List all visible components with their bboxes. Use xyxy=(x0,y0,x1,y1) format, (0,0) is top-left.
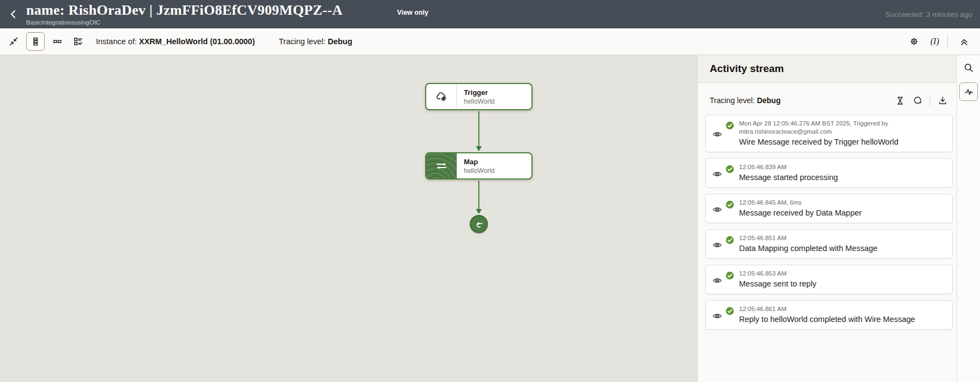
eye-icon xyxy=(712,205,722,214)
return-node[interactable] xyxy=(470,215,488,233)
trigger-node-title: Trigger xyxy=(464,88,494,97)
activity-entry[interactable]: 12:05:46.861 AM Reply to helloWorld comp… xyxy=(705,300,953,330)
success-check-icon xyxy=(725,200,734,209)
view-payload-button[interactable] xyxy=(712,165,722,183)
entry-timestamp: 12:05:46.845 AM, 6ms xyxy=(739,199,862,207)
entry-timestamp: 12:05:46.853 AM xyxy=(739,270,816,278)
entry-message: Data Mapping completed with Message xyxy=(739,243,878,254)
back-button[interactable] xyxy=(0,0,26,28)
activity-entry[interactable]: 12:05:46.853 AM Message sent to reply xyxy=(705,265,953,294)
entry-timestamp: 12:05:46.851 AM xyxy=(739,234,878,242)
hourglass-icon xyxy=(895,96,905,106)
view-payload-button[interactable] xyxy=(712,307,722,325)
activity-entries-list: Mon Apr 28 12:05:46.276 AM BST 2025, Tri… xyxy=(698,115,957,336)
tracing-value: Debug xyxy=(328,37,352,46)
instance-counter[interactable]: (I) xyxy=(930,37,939,46)
right-rail xyxy=(957,55,980,382)
activity-entry[interactable]: 12:05:46.839 AM Message started processi… xyxy=(705,158,953,188)
collapse-canvas-button[interactable] xyxy=(5,33,22,50)
eye-icon xyxy=(712,311,722,321)
success-check-icon xyxy=(725,307,734,315)
collapse-panel-button[interactable] xyxy=(956,33,972,50)
trigger-node[interactable]: Trigger helloWorld xyxy=(425,83,533,110)
title-block: name: RishOraDev | JzmFFiO8EfCV909MQPZ--… xyxy=(26,3,343,26)
activity-entry[interactable]: 12:05:46.845 AM, 6ms Message received by… xyxy=(705,194,953,223)
activity-stream-toggle-button[interactable] xyxy=(959,82,978,101)
entry-message: Message received by Data Mapper xyxy=(739,208,862,218)
canvas-toolbar: Instance of: XXRM_HelloWorld (01.00.0000… xyxy=(0,28,980,55)
page-title: name: RishOraDev | JzmFFiO8EfCV909MQPZ--… xyxy=(26,3,343,17)
panel-icons-divider xyxy=(930,95,930,106)
vertical-layout-icon xyxy=(31,37,40,46)
download-icon xyxy=(937,96,948,106)
collapse-arrows-icon xyxy=(8,36,19,47)
connector-trigger-to-map xyxy=(475,111,483,152)
instance-value: XXRM_HelloWorld (01.00.0000) xyxy=(139,37,255,46)
success-check-icon xyxy=(725,236,734,244)
entry-timestamp: 12:05:46.861 AM xyxy=(739,305,915,313)
instance-label: Instance of: xyxy=(96,37,137,46)
view-tree-button[interactable] xyxy=(70,33,86,50)
success-check-icon xyxy=(725,121,734,130)
view-payload-button[interactable] xyxy=(712,121,722,147)
view-payload-button[interactable] xyxy=(712,271,722,289)
instance-info: Instance of: XXRM_HelloWorld (01.00.0000… xyxy=(96,37,255,46)
double-chevron-up-icon xyxy=(959,36,970,47)
view-payload-button[interactable] xyxy=(712,200,722,218)
duration-filter-button[interactable] xyxy=(895,96,905,106)
view-horizontal-layout-button[interactable] xyxy=(49,33,65,50)
panel-tracing-info: Tracing level: Debug xyxy=(710,96,781,105)
flow-canvas[interactable]: Trigger helloWorld Map helloWorld xyxy=(0,55,697,382)
map-arrows-icon xyxy=(435,160,448,171)
run-status: Succeeded: 3 minutes ago xyxy=(885,10,980,19)
toolbar-divider xyxy=(947,35,948,48)
eye-icon xyxy=(712,169,722,179)
success-check-icon xyxy=(725,165,734,174)
eye-icon xyxy=(712,276,722,285)
tracing-row: Tracing level: Debug xyxy=(698,83,957,115)
refresh-button[interactable] xyxy=(912,96,923,106)
trigger-node-iconbox xyxy=(426,84,457,109)
horizontal-layout-icon xyxy=(52,37,62,46)
view-payload-button[interactable] xyxy=(712,236,722,254)
chevron-left-icon xyxy=(8,9,18,20)
search-icon xyxy=(963,62,974,73)
pulse-icon xyxy=(964,87,974,97)
entry-message: Message started processing xyxy=(739,172,838,183)
cloud-gear-icon xyxy=(435,90,448,103)
map-node[interactable]: Map helloWorld xyxy=(425,152,533,180)
eye-icon xyxy=(712,129,722,139)
oic-instance-viewer: name: RishOraDev | JzmFFiO8EfCV909MQPZ--… xyxy=(0,0,980,382)
activity-entry[interactable]: Mon Apr 28 12:05:46.276 AM BST 2025, Tri… xyxy=(705,115,953,152)
page-subtitle: BasicIntegrationsusingOIC xyxy=(26,19,343,26)
entry-timestamp: Mon Apr 28 12:05:46.276 AM BST 2025, Tri… xyxy=(739,120,946,136)
search-button[interactable] xyxy=(963,62,974,73)
eye-icon xyxy=(712,240,722,250)
return-arrow-icon xyxy=(474,219,484,229)
activity-entry[interactable]: 12:05:46.851 AM Data Mapping completed w… xyxy=(705,229,953,259)
activity-stream-panel: Activity stream Tracing level: Debug xyxy=(697,55,957,382)
entry-timestamp: 12:05:46.839 AM xyxy=(739,163,838,171)
gear-icon xyxy=(909,36,919,47)
view-vertical-layout-button[interactable] xyxy=(26,32,45,51)
trigger-node-subtitle: helloWorld xyxy=(464,98,494,105)
tree-view-icon xyxy=(73,37,83,46)
panel-tracing-value: Debug xyxy=(757,96,781,105)
entry-message: Wire Message received by Trigger helloWo… xyxy=(739,137,946,147)
panel-tracing-label: Tracing level: xyxy=(710,96,755,105)
top-header: name: RishOraDev | JzmFFiO8EfCV909MQPZ--… xyxy=(0,0,980,28)
download-button[interactable] xyxy=(937,96,948,106)
map-node-subtitle: helloWorld xyxy=(464,167,494,175)
map-node-iconbox xyxy=(426,153,457,178)
connector-map-to-return xyxy=(475,181,483,214)
activity-stream-title: Activity stream xyxy=(710,63,784,75)
success-check-icon xyxy=(725,271,734,280)
settings-button[interactable] xyxy=(906,33,922,50)
tracing-label: Tracing level: xyxy=(279,37,325,46)
view-only-badge: View only xyxy=(397,9,428,16)
tracing-info: Tracing level: Debug xyxy=(279,37,352,46)
entry-message: Message sent to reply xyxy=(739,279,816,289)
refresh-icon xyxy=(912,96,923,106)
activity-stream-header: Activity stream xyxy=(698,55,957,83)
map-node-title: Map xyxy=(464,158,494,166)
